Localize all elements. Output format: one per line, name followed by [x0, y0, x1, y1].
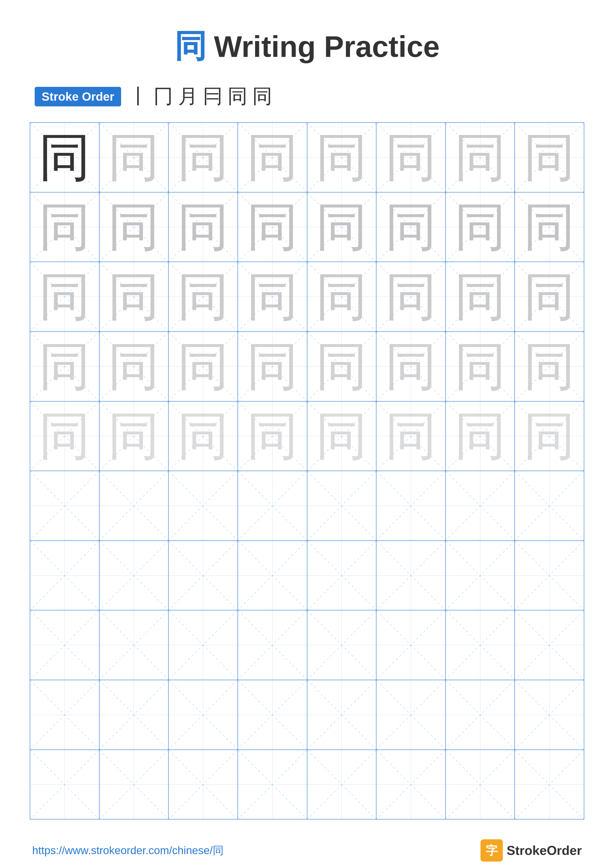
- grid-cell-empty[interactable]: [238, 750, 307, 819]
- grid-cell[interactable]: 同: [515, 123, 584, 192]
- grid-cell[interactable]: 同: [169, 192, 238, 262]
- grid-cell[interactable]: 同: [30, 332, 99, 401]
- grid-cell-empty[interactable]: [30, 750, 99, 819]
- grid-cell-empty[interactable]: [169, 611, 238, 680]
- grid-cell[interactable]: 同: [376, 401, 446, 471]
- grid-cell[interactable]: 同: [30, 401, 99, 471]
- practice-char: 同: [316, 132, 368, 183]
- grid-cell[interactable]: 同: [238, 123, 307, 192]
- practice-char: 同: [523, 341, 575, 392]
- practice-char: 同: [454, 201, 506, 253]
- grid-cell[interactable]: 同: [238, 262, 307, 331]
- grid-cell-empty[interactable]: [515, 611, 584, 680]
- grid-cell[interactable]: 同: [99, 332, 169, 401]
- footer-url[interactable]: https://www.strokeorder.com/chinese/同: [32, 843, 224, 858]
- grid-cell[interactable]: 同: [169, 123, 238, 192]
- practice-char: 同: [39, 410, 91, 462]
- grid-cell-empty[interactable]: [99, 750, 169, 819]
- stroke-steps: 丨 冂 月 冃 同 同: [129, 83, 272, 110]
- grid-cell-empty[interactable]: [376, 471, 446, 540]
- practice-char: 同: [316, 410, 368, 462]
- grid-cell[interactable]: 同: [169, 401, 238, 471]
- grid-cell-empty[interactable]: [238, 541, 307, 610]
- grid-cell[interactable]: 同: [307, 332, 377, 401]
- grid-cell-empty[interactable]: [99, 471, 169, 540]
- practice-char: 同: [177, 201, 229, 253]
- grid-cell-empty[interactable]: [238, 611, 307, 680]
- grid-cell-empty[interactable]: [238, 471, 307, 540]
- grid-cell-empty[interactable]: [376, 541, 446, 610]
- grid-cell[interactable]: 同: [515, 401, 584, 471]
- grid-cell[interactable]: 同: [238, 332, 307, 401]
- grid-cell-empty[interactable]: [376, 750, 446, 819]
- practice-char: 同: [454, 410, 506, 462]
- grid-cell[interactable]: 同: [99, 401, 169, 471]
- grid-cell-empty[interactable]: [446, 611, 515, 680]
- grid-cell-empty[interactable]: [307, 611, 377, 680]
- stroke-step-1: 丨: [129, 83, 148, 110]
- grid-cell-empty[interactable]: [169, 471, 238, 540]
- grid-cell[interactable]: 同: [238, 401, 307, 471]
- grid-cell[interactable]: 同: [307, 401, 377, 471]
- grid-cell[interactable]: 同: [515, 192, 584, 262]
- grid-cell[interactable]: 同: [307, 123, 377, 192]
- grid-cell[interactable]: 同: [376, 262, 446, 331]
- grid-cell-empty[interactable]: [376, 680, 446, 749]
- grid-cell[interactable]: 同: [446, 332, 515, 401]
- grid-row: 同 同: [30, 192, 584, 262]
- svg-text:字: 字: [486, 844, 498, 857]
- practice-char: 同: [246, 341, 298, 392]
- grid-cell-empty[interactable]: [99, 541, 169, 610]
- grid-cell[interactable]: 同: [515, 332, 584, 401]
- grid-cell[interactable]: 同: [30, 262, 99, 331]
- grid-cell-empty[interactable]: [515, 541, 584, 610]
- grid-cell[interactable]: 同: [169, 332, 238, 401]
- practice-char: 同: [523, 271, 575, 322]
- grid-cell-empty[interactable]: [169, 680, 238, 749]
- grid-cell-empty[interactable]: [446, 750, 515, 819]
- grid-cell-empty[interactable]: [515, 471, 584, 540]
- grid-cell[interactable]: 同: [376, 192, 446, 262]
- practice-char: 同: [316, 341, 368, 392]
- grid-cell-empty[interactable]: [307, 750, 377, 819]
- grid-cell[interactable]: 同: [30, 192, 99, 262]
- grid-cell-empty[interactable]: [99, 611, 169, 680]
- grid-cell-empty[interactable]: [515, 750, 584, 819]
- grid-cell[interactable]: 同: [30, 123, 99, 192]
- grid-cell-empty[interactable]: [515, 680, 584, 749]
- practice-char: 同: [108, 132, 160, 183]
- grid-cell-empty[interactable]: [307, 541, 377, 610]
- grid-cell-empty[interactable]: [307, 471, 377, 540]
- grid-cell-empty[interactable]: [238, 680, 307, 749]
- grid-cell[interactable]: 同: [307, 262, 377, 331]
- grid-cell[interactable]: 同: [169, 262, 238, 331]
- grid-cell-empty[interactable]: [376, 611, 446, 680]
- grid-cell-empty[interactable]: [307, 680, 377, 749]
- grid-cell-empty[interactable]: [30, 611, 99, 680]
- grid-cell[interactable]: 同: [99, 123, 169, 192]
- grid-cell-empty[interactable]: [30, 541, 99, 610]
- grid-cell[interactable]: 同: [446, 192, 515, 262]
- grid-cell-empty[interactable]: [446, 541, 515, 610]
- grid-cell-empty[interactable]: [99, 680, 169, 749]
- grid-cell[interactable]: 同: [99, 192, 169, 262]
- grid-cell[interactable]: 同: [376, 123, 446, 192]
- grid-cell-empty[interactable]: [30, 471, 99, 540]
- grid-cell[interactable]: 同: [376, 332, 446, 401]
- grid-cell-empty[interactable]: [446, 680, 515, 749]
- grid-cell-empty[interactable]: [30, 680, 99, 749]
- grid-cell-empty[interactable]: [169, 541, 238, 610]
- grid-cell[interactable]: 同: [307, 192, 377, 262]
- grid-row: 同 同: [30, 262, 584, 332]
- grid-cell[interactable]: 同: [238, 192, 307, 262]
- practice-char: 同: [523, 132, 575, 183]
- grid-row-empty: [30, 611, 584, 680]
- grid-cell[interactable]: 同: [515, 262, 584, 331]
- grid-cell[interactable]: 同: [446, 123, 515, 192]
- practice-char: 同: [246, 271, 298, 322]
- grid-cell[interactable]: 同: [99, 262, 169, 331]
- grid-cell[interactable]: 同: [446, 262, 515, 331]
- grid-cell[interactable]: 同: [446, 401, 515, 471]
- grid-cell-empty[interactable]: [446, 471, 515, 540]
- grid-cell-empty[interactable]: [169, 750, 238, 819]
